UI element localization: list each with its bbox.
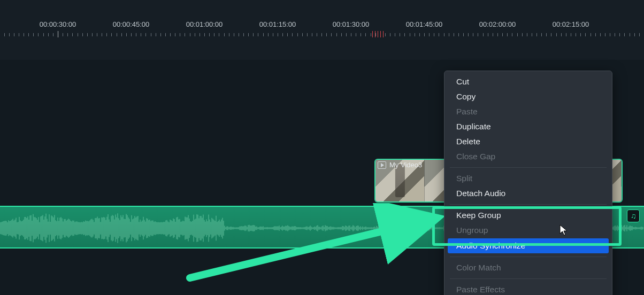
time-label: 00:01:30:00 <box>333 20 370 28</box>
menu-item-paste-effects: Paste Effects <box>444 282 612 295</box>
time-label: 00:00:45:00 <box>113 20 150 28</box>
menu-item-detach-audio[interactable]: Detach Audio <box>444 186 612 201</box>
menu-separator <box>450 278 607 279</box>
menu-item-cut[interactable]: Cut <box>444 74 612 89</box>
menu-item-paste: Paste <box>444 104 612 119</box>
time-label: 00:02:15:00 <box>553 20 589 28</box>
menu-item-ungroup: Ungroup <box>444 223 612 238</box>
menu-item-audio-synchronize[interactable]: Audio Synchronize <box>448 238 609 253</box>
menu-separator <box>450 204 607 205</box>
menu-item-keep-group[interactable]: Keep Group <box>444 208 612 223</box>
play-icon <box>378 161 386 169</box>
music-icon: ♫ <box>627 209 640 222</box>
menu-item-delete[interactable]: Delete <box>444 134 612 149</box>
menu-item-split: Split <box>444 171 612 186</box>
menu-item-close-gap: Close Gap <box>444 149 612 164</box>
time-label: 00:00:30:00 <box>40 20 76 28</box>
context-menu[interactable]: CutCopyPasteDuplicateDeleteClose GapSpli… <box>444 71 612 295</box>
menu-item-copy[interactable]: Copy <box>444 89 612 104</box>
timeline-ruler[interactable]: 00:00:30:0000:00:45:0000:01:00:0000:01:1… <box>0 20 644 38</box>
menu-separator <box>450 167 607 168</box>
time-label: 00:01:00:00 <box>186 20 223 28</box>
menu-separator <box>450 257 607 257</box>
menu-item-duplicate[interactable]: Duplicate <box>444 119 612 134</box>
menu-item-color-match: Color Match <box>444 260 612 275</box>
time-label: 00:01:45:00 <box>406 20 443 28</box>
clip-label: My Video3 <box>389 161 422 169</box>
time-label: 00:01:15:00 <box>259 20 296 28</box>
time-label: 00:02:00:00 <box>479 20 516 28</box>
